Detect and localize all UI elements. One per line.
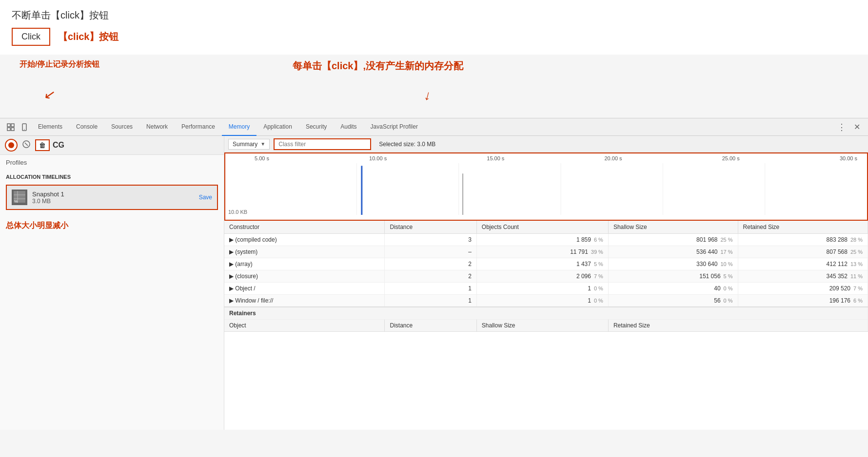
- tab-audits[interactable]: Audits: [334, 118, 363, 136]
- snapshot-save-link[interactable]: Save: [199, 194, 212, 201]
- col-header-objects-count[interactable]: Objects Count: [476, 221, 608, 234]
- memory-toolbar: Summary ▼ Selected size: 3.0 MB: [224, 136, 868, 152]
- click-button[interactable]: Click: [12, 28, 50, 46]
- stop-recording-button[interactable]: [20, 139, 32, 151]
- annotations-area: 开始/停止记录分析按钮 ↙ 每单击【click】,没有产生新的内存分配 ↓: [0, 55, 868, 118]
- table-row[interactable]: ▶ (closure) 2 2 096 7 % 151 056 5 % 345 …: [224, 270, 868, 283]
- record-dot-icon: [8, 142, 14, 148]
- cell-shallow-size: 801 968 25 %: [608, 234, 738, 246]
- table-row[interactable]: ▶ (array) 2 1 437 5 % 330 640 10 % 412 1…: [224, 258, 868, 270]
- page-area: 不断单击【click】按钮 Click 【click】按钮: [0, 0, 868, 55]
- cell-constructor: ▶ (closure): [224, 270, 385, 283]
- profiles-title: Profiles: [6, 159, 218, 166]
- cell-constructor: ▶ Object /: [224, 283, 385, 295]
- selected-size-label: Selected size: 3.0 MB: [379, 141, 435, 148]
- timeline-y-label: 10.0 KB: [228, 209, 247, 215]
- table-row[interactable]: ▶ (system) – 11 791 39 % 536 440 17 % 80…: [224, 246, 868, 258]
- cell-distance: –: [385, 246, 476, 258]
- timeline-label-25s: 25.00 s: [722, 155, 740, 161]
- col-header-retained-size[interactable]: Retained Size: [738, 221, 868, 234]
- tab-js-profiler[interactable]: JavaScript Profiler: [364, 118, 425, 136]
- tab-network[interactable]: Network: [139, 118, 175, 136]
- devtools-panel: Elements Console Sources Network Perform…: [0, 118, 868, 430]
- cell-retained-size: 807 568 25 %: [738, 246, 868, 258]
- devtools-more-menu[interactable]: ⋮: [833, 120, 850, 134]
- timeline-label-20s: 20.00 s: [604, 155, 622, 161]
- cell-objects-count: 1 0 %: [476, 295, 608, 307]
- svg-rect-1: [11, 124, 14, 127]
- cell-distance: 2: [385, 270, 476, 283]
- timeline-area: 5.00 s 10.00 s 15.00 s 20.00 s 25.00 s 3…: [224, 152, 868, 221]
- timeline-label-15s: 15.00 s: [487, 155, 504, 161]
- cell-shallow-size: 330 640 10 %: [608, 258, 738, 270]
- cell-retained-size: 412 112 13 %: [738, 258, 868, 270]
- timeline-x-labels: 5.00 s 10.00 s 15.00 s 20.00 s 25.00 s 3…: [255, 155, 867, 161]
- cell-distance: 1: [385, 283, 476, 295]
- sidebar-controls: 🗑 CG: [0, 136, 224, 155]
- retainers-col-distance: Distance: [385, 320, 476, 332]
- svg-rect-3: [11, 128, 14, 131]
- snapshot-item[interactable]: % Snapshot 1 3.0 MB Save: [6, 185, 218, 210]
- cell-shallow-size: 56 0 %: [608, 295, 738, 307]
- retainers-header-row: Retainers: [224, 307, 868, 320]
- devtools-toolbar: Elements Console Sources Network Perform…: [0, 118, 868, 136]
- cell-constructor: ▶ (compiled code): [224, 234, 385, 246]
- svg-line-7: [25, 143, 28, 146]
- tab-security[interactable]: Security: [299, 118, 334, 136]
- click-button-row: Click 【click】按钮: [12, 28, 856, 46]
- cell-shallow-size: 536 440 17 %: [608, 246, 738, 258]
- annotation-start-stop: 开始/停止记录分析按钮: [20, 59, 99, 70]
- cell-constructor: ▶ (array): [224, 258, 385, 270]
- page-title: 不断单击【click】按钮: [12, 9, 856, 22]
- snapshot-icon-inner: %: [13, 190, 26, 205]
- cell-objects-count: 1 0 %: [476, 283, 608, 295]
- data-table: Constructor Distance Objects Count Shall…: [224, 221, 868, 332]
- cell-objects-count: 11 791 39 %: [476, 246, 608, 258]
- devtools-close-button[interactable]: ✕: [850, 120, 864, 133]
- col-header-shallow-size[interactable]: Shallow Size: [608, 221, 738, 234]
- arrow-left-icon: ↙: [42, 85, 56, 103]
- cell-objects-count: 1 437 5 %: [476, 258, 608, 270]
- tab-memory[interactable]: Memory: [222, 118, 256, 136]
- col-header-constructor[interactable]: Constructor: [224, 221, 385, 234]
- timeline-chart: [255, 163, 867, 215]
- col-header-distance[interactable]: Distance: [385, 221, 476, 234]
- profiles-section: Profiles: [0, 155, 224, 172]
- table-row[interactable]: ▶ Object / 1 1 0 % 40 0 % 209 520 7 %: [224, 283, 868, 295]
- cell-constructor: ▶ Window / file://: [224, 295, 385, 307]
- svg-text:%: %: [14, 199, 18, 204]
- record-button[interactable]: [5, 139, 18, 152]
- tab-console[interactable]: Console: [69, 118, 104, 136]
- data-table-container: Constructor Distance Objects Count Shall…: [224, 221, 868, 430]
- click-description: 【click】按钮: [58, 30, 118, 43]
- mobile-icon-btn[interactable]: [18, 121, 31, 133]
- inspect-icon-btn[interactable]: [4, 121, 18, 133]
- snapshot-icon: %: [12, 190, 27, 205]
- cell-distance: 2: [385, 258, 476, 270]
- cell-objects-count: 2 096 7 %: [476, 270, 608, 283]
- tab-performance[interactable]: Performance: [175, 118, 222, 136]
- summary-label: Summary: [233, 141, 257, 148]
- table-row[interactable]: ▶ (compiled code) 3 1 859 6 % 801 968 25…: [224, 234, 868, 246]
- svg-point-5: [24, 129, 24, 129]
- svg-rect-0: [7, 124, 10, 127]
- timeline-label-10s: 10.00 s: [369, 155, 387, 161]
- retainers-sub-header: Object Distance Shallow Size Retained Si…: [224, 320, 868, 332]
- cell-retained-size: 883 288 28 %: [738, 234, 868, 246]
- retainers-col-shallow: Shallow Size: [476, 320, 608, 332]
- cell-distance: 3: [385, 234, 476, 246]
- snapshot-name: Snapshot 1: [32, 190, 199, 198]
- table-row[interactable]: ▶ Window / file:// 1 1 0 % 56 0 % 196 17…: [224, 295, 868, 307]
- annotation-no-alloc: 每单击【click】,没有产生新的内存分配: [293, 59, 463, 73]
- retainers-col-retained: Retained Size: [608, 320, 868, 332]
- timeline-label-5s: 5.00 s: [255, 155, 269, 161]
- clear-profiles-button[interactable]: 🗑: [35, 139, 50, 151]
- tab-application[interactable]: Application: [256, 118, 299, 136]
- class-filter-input[interactable]: [274, 138, 371, 150]
- cell-shallow-size: 151 056 5 %: [608, 270, 738, 283]
- snapshot-size: 3.0 MB: [32, 198, 199, 205]
- summary-dropdown[interactable]: Summary ▼: [228, 139, 270, 150]
- tab-sources[interactable]: Sources: [104, 118, 139, 136]
- tab-elements[interactable]: Elements: [31, 118, 69, 136]
- retainers-col-object: Object: [224, 320, 385, 332]
